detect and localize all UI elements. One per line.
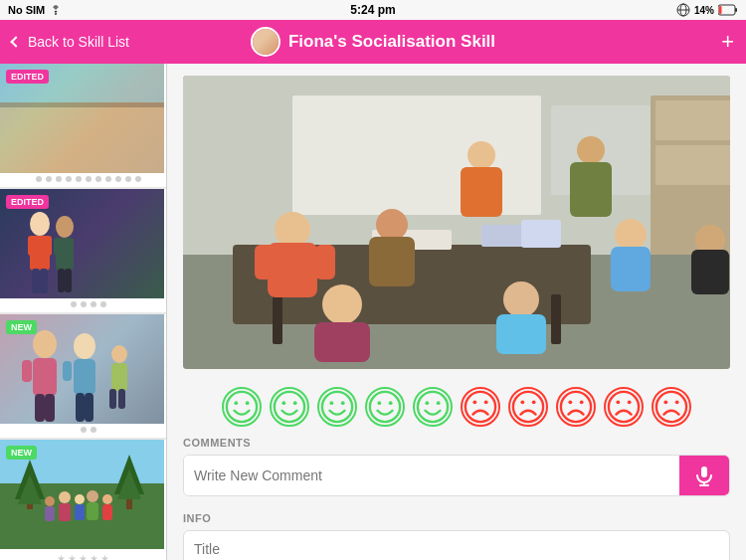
svg-point-42 — [59, 491, 71, 503]
sidebar: EDITED — [0, 64, 167, 560]
svg-rect-47 — [87, 502, 98, 520]
svg-point-85 — [246, 401, 250, 405]
svg-point-111 — [663, 400, 667, 404]
svg-point-50 — [102, 494, 112, 504]
svg-point-75 — [615, 219, 647, 251]
sad-face-5[interactable] — [652, 387, 691, 427]
svg-point-105 — [568, 400, 572, 404]
svg-rect-76 — [611, 247, 651, 291]
happy-face-1[interactable] — [222, 387, 262, 427]
svg-rect-24 — [45, 394, 55, 422]
svg-point-88 — [293, 401, 297, 405]
svg-rect-57 — [655, 145, 730, 185]
svg-point-109 — [628, 400, 632, 404]
happy-face-5[interactable] — [413, 387, 453, 427]
add-button[interactable]: + — [721, 29, 734, 55]
star-3: ★ — [79, 553, 88, 560]
back-button[interactable]: Back to Skill List — [12, 34, 129, 50]
sad-face-3[interactable] — [556, 387, 596, 427]
info-label: INFO — [183, 512, 730, 524]
svg-point-73 — [577, 136, 605, 164]
svg-rect-51 — [102, 504, 112, 520]
nav-bar: Back to Skill List Fiona's Socialisation… — [0, 20, 746, 64]
svg-point-112 — [675, 400, 679, 404]
thumbnail-3: NEW — [0, 314, 166, 424]
svg-rect-60 — [273, 294, 282, 344]
list-item[interactable]: EDITED — [0, 189, 166, 312]
svg-rect-68 — [315, 245, 335, 280]
sad-face-2[interactable] — [508, 387, 548, 427]
main-photo-area — [167, 64, 746, 377]
svg-point-90 — [329, 401, 333, 405]
svg-point-84 — [234, 401, 238, 405]
comment-input-row — [183, 455, 730, 496]
svg-point-87 — [281, 401, 285, 405]
svg-rect-16 — [67, 238, 74, 256]
svg-point-93 — [377, 401, 381, 405]
svg-point-103 — [532, 400, 536, 404]
svg-rect-61 — [551, 294, 561, 344]
svg-rect-9 — [28, 236, 36, 256]
svg-point-99 — [472, 400, 476, 404]
svg-point-104 — [561, 392, 591, 422]
wifi-icon — [49, 5, 63, 15]
sad-face-1[interactable] — [461, 387, 500, 427]
svg-rect-27 — [63, 361, 72, 381]
svg-rect-67 — [255, 245, 275, 280]
comment-input[interactable] — [184, 456, 679, 495]
svg-rect-80 — [314, 322, 370, 362]
svg-rect-12 — [40, 269, 48, 293]
svg-point-71 — [467, 141, 495, 169]
globe-icon — [676, 3, 690, 17]
mic-button[interactable] — [679, 456, 729, 495]
happy-face-3[interactable] — [317, 387, 357, 427]
title-input[interactable] — [183, 530, 730, 560]
svg-rect-29 — [76, 393, 85, 422]
svg-rect-113 — [701, 467, 707, 477]
svg-rect-53 — [292, 95, 541, 215]
dot-indicator-1 — [0, 173, 166, 187]
svg-rect-33 — [109, 389, 116, 409]
list-item[interactable]: NEW — [0, 314, 166, 438]
svg-point-108 — [616, 400, 620, 404]
nav-title: Fiona's Socialisation Skill — [251, 27, 495, 57]
svg-rect-45 — [75, 504, 85, 520]
rating-row — [167, 377, 746, 437]
svg-point-13 — [56, 216, 74, 238]
dot-indicator-3 — [0, 424, 166, 438]
svg-point-69 — [376, 209, 408, 241]
comments-section: COMMENTS — [167, 437, 746, 504]
main-layout: EDITED — [0, 64, 746, 560]
svg-rect-28 — [85, 361, 93, 381]
battery-label: 14% — [694, 5, 714, 16]
svg-rect-32 — [111, 363, 127, 391]
svg-rect-15 — [54, 238, 61, 256]
svg-point-102 — [520, 400, 524, 404]
status-time: 5:24 pm — [350, 3, 395, 17]
edited-badge-1: EDITED — [6, 70, 49, 84]
svg-point-101 — [513, 392, 543, 422]
svg-point-81 — [503, 281, 539, 317]
svg-point-94 — [389, 401, 393, 405]
thumbnail-1: EDITED — [0, 64, 166, 173]
svg-point-91 — [341, 401, 345, 405]
list-item[interactable]: NEW ★ ★ ★ ★ ★ — [0, 440, 166, 560]
nav-title-text: Fiona's Socialisation Skill — [288, 32, 495, 52]
svg-point-95 — [418, 392, 448, 422]
star-1: ★ — [57, 553, 66, 560]
avatar — [251, 27, 280, 57]
thumbnail-2: EDITED — [0, 189, 166, 298]
svg-rect-66 — [268, 243, 317, 297]
svg-rect-17 — [58, 269, 65, 292]
svg-point-79 — [322, 284, 362, 324]
svg-rect-34 — [118, 389, 125, 409]
happy-face-4[interactable] — [365, 387, 405, 427]
star-5: ★ — [100, 553, 109, 560]
happy-face-2[interactable] — [270, 387, 309, 427]
svg-point-19 — [33, 330, 57, 358]
list-item[interactable]: EDITED — [0, 64, 166, 187]
sad-face-4[interactable] — [604, 387, 644, 427]
svg-point-0 — [55, 13, 57, 15]
chevron-left-icon — [10, 36, 21, 47]
svg-rect-72 — [461, 167, 502, 217]
